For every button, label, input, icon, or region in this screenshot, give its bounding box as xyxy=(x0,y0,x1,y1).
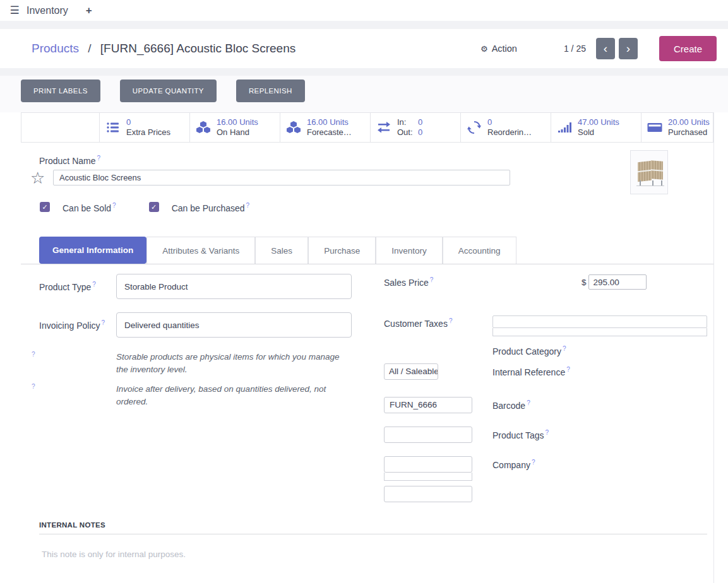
help-marker: ? xyxy=(112,202,116,209)
invoicing-policy-row: Invoicing Policy? Delivered quantities xyxy=(39,312,352,338)
gear-icon: ⚙ xyxy=(480,44,488,54)
currency-symbol: $ xyxy=(582,278,587,287)
screen-panel xyxy=(638,161,652,182)
barcode-label-text: Barcode xyxy=(492,400,525,410)
barcode-label: Barcode? xyxy=(492,397,530,411)
product-type-select[interactable]: Storable Product xyxy=(116,274,352,299)
customer-taxes-input-extra[interactable] xyxy=(492,328,707,336)
stat-label: Sold xyxy=(578,127,594,137)
stat-sold[interactable]: 47.00 UnitsSold xyxy=(551,113,641,142)
storable-help-block: ? Storable products are physical items f… xyxy=(39,351,352,375)
credit-card-icon xyxy=(647,120,664,135)
replenish-button[interactable]: REPLENISH xyxy=(236,80,305,102)
can-be-purchased-checkbox[interactable]: ✓ xyxy=(149,202,159,212)
stat-value: 16.00 Units xyxy=(217,117,258,127)
sales-price-input[interactable] xyxy=(588,274,647,290)
invoicing-policy-label: Invoicing Policy? xyxy=(39,312,116,338)
stat-label: On Hand xyxy=(217,127,249,137)
stat-reordering[interactable]: 0Reorderin… xyxy=(460,113,551,142)
product-category-row: Product Category? xyxy=(384,345,708,356)
product-name-row: ☆ xyxy=(30,170,662,186)
chevron-right-icon: › xyxy=(626,42,630,55)
product-tags-label-text: Product Tags xyxy=(492,430,544,440)
help-marker: ? xyxy=(32,383,116,408)
bar-chart-icon xyxy=(557,120,573,135)
product-type-row: Product Type? Storable Product xyxy=(39,274,352,299)
print-labels-button[interactable]: PRINT LABELS xyxy=(21,80,100,102)
pager-previous-button[interactable]: ‹ xyxy=(596,38,615,59)
action-buttons-band: PRINT LABELS UPDATE QUANTITY REPLENISH xyxy=(0,76,728,112)
update-quantity-button[interactable]: UPDATE QUANTITY xyxy=(120,80,217,102)
out-value: 0 xyxy=(418,127,422,138)
customer-taxes-label: Customer Taxes? xyxy=(384,315,488,329)
barcode-row: Barcode? xyxy=(384,397,708,413)
sales-price-row: Sales Price? $ xyxy=(384,274,708,290)
tab-attributes-variants[interactable]: Attributes & Variants xyxy=(146,237,255,264)
invoicing-policy-label-text: Invoicing Policy xyxy=(39,321,100,331)
screen-leg xyxy=(652,180,653,186)
pager-next-button[interactable]: › xyxy=(619,38,638,59)
help-marker: ? xyxy=(527,399,530,406)
form-left-column: Product Type? Storable Product Invoicing… xyxy=(39,274,352,415)
action-menu-button[interactable]: ⚙ Action xyxy=(480,44,517,54)
stat-forecasted[interactable]: 16.00 UnitsForecaste… xyxy=(280,113,370,142)
product-tags-input[interactable] xyxy=(384,456,472,473)
help-marker: ? xyxy=(32,351,116,375)
favorite-star-icon[interactable]: ☆ xyxy=(30,170,53,186)
sales-price-label-text: Sales Price xyxy=(384,278,429,288)
capability-checkboxes: ✓ Can be Sold? ✓ Can be Purchased? xyxy=(40,202,662,213)
stat-empty-cell xyxy=(21,113,99,142)
hamburger-icon[interactable]: ☰ xyxy=(6,4,23,17)
company-row: Company? xyxy=(384,456,708,481)
product-category-label: Product Category? xyxy=(492,345,566,356)
can-be-sold-text: Can be Sold xyxy=(63,203,111,213)
form-right-column: Sales Price? $ Customer Taxes? Product C… xyxy=(384,274,708,502)
tab-inventory[interactable]: Inventory xyxy=(376,237,443,264)
stat-on-hand[interactable]: 16.00 UnitsOn Hand xyxy=(189,113,280,142)
tab-purchase[interactable]: Purchase xyxy=(308,237,376,264)
stat-label: Purchased xyxy=(668,127,707,137)
create-button[interactable]: Create xyxy=(659,36,717,61)
product-category-select[interactable]: All / Saleable xyxy=(384,363,438,380)
breadcrumb-current: [FURN_6666] Acoustic Bloc Screens xyxy=(100,42,295,55)
product-title-block: Product Name? ☆ ✓ Can be Sold? ✓ Can be … xyxy=(30,143,662,213)
cubes-icon xyxy=(196,120,212,135)
breadcrumb-products-link[interactable]: Products xyxy=(32,42,79,55)
tab-accounting[interactable]: Accounting xyxy=(443,237,516,264)
company-label: Company? xyxy=(492,456,535,470)
screen-panel xyxy=(651,160,663,180)
product-type-label-text: Product Type xyxy=(39,282,91,292)
internal-reference-input[interactable] xyxy=(384,397,472,413)
tab-general-information[interactable]: General Information xyxy=(39,237,146,264)
product-name-input[interactable] xyxy=(53,170,510,186)
product-tags-input-extra[interactable] xyxy=(384,473,472,481)
invoicing-help-text: Invoice after delivery, based on quantit… xyxy=(116,383,345,408)
product-image[interactable] xyxy=(630,150,668,194)
plus-icon[interactable]: + xyxy=(86,4,92,17)
refresh-icon xyxy=(467,120,483,135)
barcode-input[interactable] xyxy=(384,427,472,443)
product-tags-label: Product Tags? xyxy=(492,427,549,440)
screen-base xyxy=(636,186,664,186)
stat-button-row: 0Extra Prices 16.00 UnitsOn Hand 16.00 U… xyxy=(21,112,713,143)
customer-taxes-input[interactable] xyxy=(492,315,707,328)
can-be-sold-checkbox[interactable]: ✓ xyxy=(40,202,50,212)
sales-price-label: Sales Price? xyxy=(384,274,488,288)
can-be-sold-label: Can be Sold? xyxy=(63,202,116,213)
stat-in-out[interactable]: In:0 Out:0 xyxy=(370,113,460,142)
help-marker: ? xyxy=(102,319,105,326)
top-navbar: ☰ Inventory + xyxy=(0,0,728,21)
invoicing-policy-select[interactable]: Delivered quantities xyxy=(116,312,352,338)
internal-reference-label-text: Internal Reference xyxy=(492,367,565,377)
in-label: In: xyxy=(397,117,418,127)
stat-extra-prices[interactable]: 0Extra Prices xyxy=(99,113,189,142)
company-label-text: Company xyxy=(492,459,530,469)
internal-notes-placeholder[interactable]: This note is only for internal purposes. xyxy=(42,550,707,559)
app-name[interactable]: Inventory xyxy=(27,5,68,16)
stat-label: Forecaste… xyxy=(307,127,352,137)
stat-purchased[interactable]: 20.00 UnitsPurchased xyxy=(641,113,713,142)
help-marker: ? xyxy=(449,317,453,324)
tab-sales[interactable]: Sales xyxy=(255,237,308,264)
company-input[interactable] xyxy=(384,486,472,502)
can-be-purchased-text: Can be Purchased xyxy=(172,203,245,213)
